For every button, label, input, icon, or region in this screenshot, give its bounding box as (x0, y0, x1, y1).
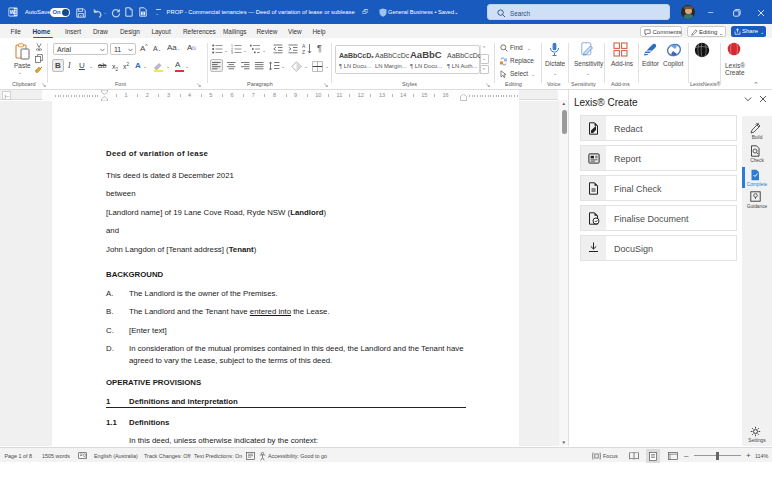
svg-text:W: W (10, 9, 16, 15)
svg-text:3: 3 (231, 51, 233, 54)
svg-text:Z: Z (302, 49, 305, 55)
